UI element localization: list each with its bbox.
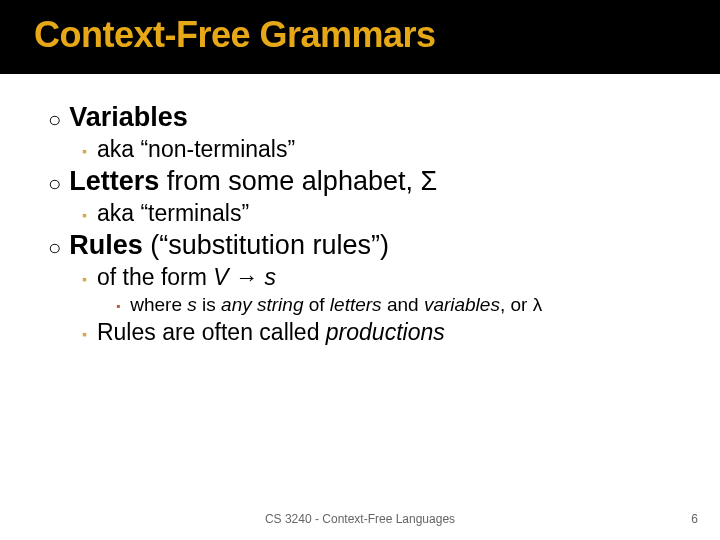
list-item-text: Letters from some alphabet, Σ (69, 166, 437, 197)
square-bullet-icon: ▪ (116, 299, 120, 313)
content-area: ○Variables▪aka “non-terminals”○Letters f… (0, 74, 720, 346)
list-item-text: aka “non-terminals” (97, 136, 295, 163)
list-item: ▪aka “non-terminals” (82, 136, 720, 163)
footer-text: CS 3240 - Context-Free Languages (0, 512, 720, 526)
square-bullet-icon: ▪ (82, 271, 87, 287)
list-item: ○Letters from some alphabet, Σ (48, 166, 720, 197)
list-item: ▪Rules are often called productions (82, 319, 720, 346)
circle-bullet-icon: ○ (48, 237, 61, 259)
list-item-text: aka “terminals” (97, 200, 249, 227)
page-number: 6 (691, 512, 698, 526)
list-item: ▪aka “terminals” (82, 200, 720, 227)
list-item: ▪where s is any string of letters and va… (116, 294, 720, 316)
list-item-text: of the form V → s (97, 264, 276, 291)
slide-title: Context-Free Grammars (34, 14, 700, 56)
title-bar: Context-Free Grammars (0, 0, 720, 74)
list-item-text: where s is any string of letters and var… (130, 294, 542, 316)
list-item: ○Variables (48, 102, 720, 133)
circle-bullet-icon: ○ (48, 173, 61, 195)
list-item: ▪of the form V → s (82, 264, 720, 291)
circle-bullet-icon: ○ (48, 109, 61, 131)
list-item: ○Rules (“substitution rules”) (48, 230, 720, 261)
list-item-text: Rules are often called productions (97, 319, 445, 346)
square-bullet-icon: ▪ (82, 207, 87, 223)
list-item-text: Rules (“substitution rules”) (69, 230, 389, 261)
square-bullet-icon: ▪ (82, 326, 87, 342)
square-bullet-icon: ▪ (82, 143, 87, 159)
list-item-text: Variables (69, 102, 188, 133)
